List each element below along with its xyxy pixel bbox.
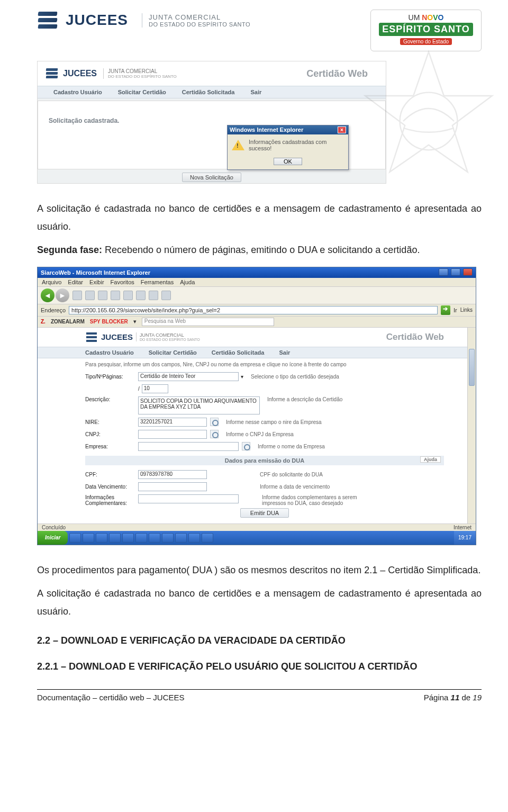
scrollbar[interactable]: [467, 328, 476, 524]
cw-menu-solicitada[interactable]: Certidão Solicitada: [212, 349, 265, 356]
cw-menu-solicitar[interactable]: Solicitar Certidão: [149, 349, 197, 356]
empresa-hint: Informe o nome da Empresa: [258, 444, 325, 449]
spyblocker-label: SPY BLOCKER: [90, 319, 128, 324]
stop-icon[interactable]: [72, 291, 82, 300]
info-input[interactable]: [138, 494, 239, 503]
favorites-icon[interactable]: [123, 291, 133, 300]
print-icon[interactable]: [161, 291, 171, 300]
taskbar-item[interactable]: [69, 533, 81, 543]
dialog-close-icon[interactable]: ×: [338, 127, 346, 133]
screenshot-ie-form: SiarcoWeb - Microsoft Internet Explorer …: [37, 267, 476, 545]
desc-textarea[interactable]: SOLICITO COPIA DO ULTIMO ARQUIVAMENTO DA…: [138, 396, 260, 414]
refresh-icon[interactable]: [85, 291, 95, 300]
paragraph-1: A solicitação é cadastrada no banco de c…: [37, 200, 482, 236]
menu-favoritos[interactable]: Favoritos: [111, 279, 134, 285]
menu-ajuda[interactable]: Ajuda: [180, 279, 195, 285]
taskbar-item[interactable]: [149, 533, 160, 543]
nire-input[interactable]: 32201257021: [138, 418, 207, 427]
desc-hint: Informe a descrição da Certidão: [267, 396, 342, 402]
taskbar-item[interactable]: [202, 533, 213, 543]
taskbar-item[interactable]: [109, 533, 121, 543]
taskbar-item[interactable]: [188, 533, 200, 543]
cnpj-hint: Informe o CNPJ da Empresa: [226, 431, 294, 437]
emitir-dua-button[interactable]: Emitir DUA: [240, 508, 289, 518]
window-title: SiarcoWeb - Microsoft Internet Explorer: [41, 269, 150, 276]
empresa-input[interactable]: [138, 442, 239, 451]
paginas-input[interactable]: 10: [142, 384, 168, 393]
ajuda-button[interactable]: Ajuda: [420, 456, 441, 463]
taskbar-item[interactable]: [96, 533, 107, 543]
status-left: Concluído: [42, 525, 66, 530]
tipo-select[interactable]: Certidão de Inteiro Teor: [138, 372, 239, 381]
cpf-label: CPF:: [85, 472, 138, 477]
search-icon[interactable]: [111, 291, 120, 300]
minimize-button[interactable]: [439, 268, 448, 276]
cnpj-label: CNPJ:: [85, 431, 138, 437]
menu-solicitar[interactable]: Solicitar Certidão: [118, 89, 166, 95]
cw-title: Certidão Web: [386, 332, 444, 342]
paragraph-2: Segunda fase: Recebendo o número de pági…: [37, 241, 482, 259]
menu-editar[interactable]: Editar: [68, 279, 83, 285]
dialog-ok-button[interactable]: OK: [274, 158, 302, 165]
empresa-search-icon[interactable]: [242, 442, 250, 450]
close-button[interactable]: [463, 268, 473, 276]
document-body: A solicitação é cadastrada no banco de c…: [37, 200, 482, 259]
doc-header: JUCEES JUNTA COMERCIAL DO ESTADO DO ESPÍ…: [37, 0, 482, 57]
go-button[interactable]: ➔: [441, 305, 450, 315]
history-icon[interactable]: [136, 291, 146, 300]
ie-toolbar: ◄ ►: [38, 286, 476, 304]
desc-label: Descrição:: [85, 396, 138, 402]
menu-cadastro[interactable]: Cadastro Usuário: [53, 89, 102, 95]
paragraph-4: A solicitação é cadastrada no banco de c…: [37, 584, 482, 620]
start-button[interactable]: Iniciar: [38, 531, 68, 545]
web-search-field[interactable]: Pesquisa na Web: [142, 318, 274, 326]
maximize-button[interactable]: [451, 268, 460, 276]
info-label: Informações Complementares:: [85, 494, 138, 506]
zonealarm-icon: Z.: [41, 319, 46, 324]
cpf-input[interactable]: 09783978780: [138, 470, 207, 479]
cw-note: Para pesquisar, informe um dos campos, N…: [38, 358, 476, 371]
brand-subtitle: JUNTA COMERCIAL DO ESTADO DO ESPÍRITO SA…: [142, 13, 250, 28]
app-title: Certidão Web: [306, 68, 378, 79]
windows-taskbar: Iniciar 19:17: [38, 531, 476, 545]
nire-label: NIRE:: [85, 419, 138, 425]
app-logo: JUCEES JUNTA COMERCIALDO ESTADO DO ESPÍR…: [45, 67, 177, 80]
cw-menu-cadastro[interactable]: Cadastro Usuário: [85, 349, 134, 356]
menu-solicitada[interactable]: Certidão Solicitada: [182, 89, 235, 95]
data-input[interactable]: [138, 482, 207, 491]
warning-icon: [232, 140, 244, 150]
paragraph-3: Os procedimentos para pagamento( DUA ) s…: [37, 561, 482, 579]
status-right: Internet: [453, 525, 471, 530]
cw-menu-sair[interactable]: Sair: [279, 349, 290, 356]
taskbar-item[interactable]: [162, 533, 174, 543]
menu-arquivo[interactable]: Arquivo: [42, 279, 61, 285]
menu-ferramentas[interactable]: Ferramentas: [141, 279, 174, 285]
data-label: Data Vencimento:: [85, 484, 138, 490]
data-hint: Informe a data de vencimento: [260, 484, 330, 490]
nova-solicitacao-button[interactable]: Nova Solicitação: [182, 173, 241, 182]
mail-icon[interactable]: [149, 291, 158, 300]
cnpj-search-icon[interactable]: [210, 430, 219, 438]
address-field[interactable]: http://200.165.60.29/siarcoweb/site/inde…: [69, 306, 438, 314]
forward-button[interactable]: ►: [56, 288, 69, 302]
info-hint: Informe dados complementares a serem imp…: [262, 494, 378, 506]
back-button[interactable]: ◄: [41, 288, 55, 302]
go-label: Ir: [453, 307, 457, 313]
taskbar-item[interactable]: [83, 533, 94, 543]
nire-search-icon[interactable]: [210, 418, 219, 426]
section-2-2: 2.2 – DOWNLOAD E VERIFICAÇÃO DA VERACIDA…: [37, 635, 482, 646]
system-tray: 19:17: [454, 531, 476, 545]
cnpj-input[interactable]: [138, 430, 207, 439]
dua-section-header: Dados para emissão do DUA Ajuda: [85, 456, 444, 465]
taskbar-item[interactable]: [122, 533, 134, 543]
menu-sair[interactable]: Sair: [250, 89, 261, 95]
menu-exibir[interactable]: Exibir: [89, 279, 104, 285]
ie-menubar: Arquivo Editar Exibir Favoritos Ferramen…: [38, 278, 476, 286]
taskbar-item[interactable]: [135, 533, 147, 543]
form-area: Tipo/NºPáginas: Certidão de Inteiro Teor…: [38, 371, 476, 524]
home-icon[interactable]: [98, 291, 107, 300]
taskbar-item[interactable]: [175, 533, 187, 543]
es-gov-logo: UM NOVO ESPÍRITO SANTO Governo do Estado: [370, 10, 482, 51]
dialog-title: Windows Internet Explorer: [230, 127, 303, 133]
links-label[interactable]: Links: [460, 307, 473, 313]
